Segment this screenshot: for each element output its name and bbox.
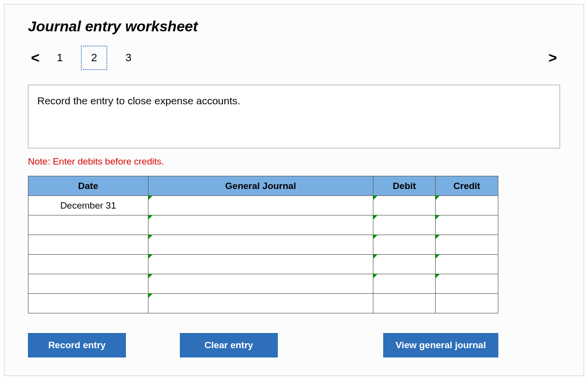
cell-debit[interactable] [373, 274, 436, 294]
table-row [28, 294, 498, 313]
table-row [28, 215, 498, 235]
record-entry-button[interactable]: Record entry [28, 333, 126, 357]
view-general-journal-button[interactable]: View general journal [383, 333, 498, 357]
cell-debit[interactable] [373, 215, 436, 235]
cell-date[interactable]: December 31 [28, 196, 148, 215]
table-row [28, 255, 498, 274]
cell-date[interactable] [28, 294, 148, 313]
table-row [28, 235, 498, 255]
cell-credit[interactable] [436, 255, 498, 274]
clear-entry-button[interactable]: Clear entry [180, 333, 278, 357]
worksheet-panel: Journal entry worksheet < 1 2 3 > Record… [4, 4, 584, 376]
cell-debit[interactable] [373, 235, 436, 255]
cell-journal[interactable] [148, 235, 373, 255]
cell-date[interactable] [28, 235, 148, 255]
cell-credit[interactable] [436, 196, 498, 215]
prev-arrow-icon[interactable]: < [28, 49, 43, 66]
cell-date[interactable] [28, 215, 148, 235]
cell-date[interactable] [28, 255, 148, 274]
header-date: Date [28, 176, 148, 196]
cell-debit[interactable] [373, 294, 436, 313]
note-text: Note: Enter debits before credits. [28, 156, 560, 167]
table-row: December 31 [28, 196, 498, 215]
instructions-box: Record the entry to close expense accoun… [28, 85, 560, 148]
cell-credit[interactable] [436, 294, 498, 313]
cell-credit[interactable] [436, 274, 498, 294]
step-1[interactable]: 1 [47, 46, 73, 70]
page-title: Journal entry worksheet [28, 18, 560, 35]
cell-date[interactable] [28, 274, 148, 294]
header-debit: Debit [373, 176, 436, 196]
header-credit: Credit [436, 176, 498, 196]
journal-table: Date General Journal Debit Credit Decemb… [28, 176, 498, 313]
cell-journal[interactable] [148, 294, 373, 313]
cell-journal[interactable] [148, 215, 373, 235]
next-arrow-icon[interactable]: > [545, 49, 560, 66]
cell-journal[interactable] [148, 274, 373, 294]
button-row: Record entry Clear entry View general jo… [28, 333, 498, 357]
cell-credit[interactable] [436, 235, 498, 255]
cell-journal[interactable] [148, 196, 373, 215]
step-3[interactable]: 3 [115, 46, 142, 70]
cell-debit[interactable] [373, 196, 436, 215]
table-row [28, 274, 498, 294]
cell-journal[interactable] [148, 255, 373, 274]
cell-credit[interactable] [436, 215, 498, 235]
header-journal: General Journal [148, 176, 373, 196]
cell-debit[interactable] [373, 255, 436, 274]
step-2[interactable]: 2 [81, 46, 107, 70]
step-navigation: < 1 2 3 > [28, 46, 560, 70]
